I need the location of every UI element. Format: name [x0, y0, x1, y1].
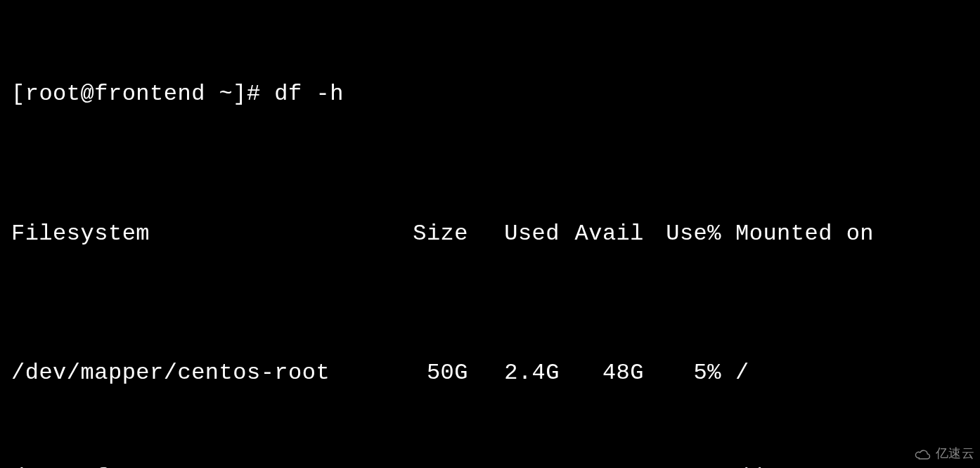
cell-mount: /: [721, 356, 969, 391]
cell-avail: 48G: [560, 356, 644, 391]
table-row: devtmpfs 16G 0 16G 0% /dev: [11, 460, 969, 468]
command-line: [root@frontend ~]# df -h: [11, 77, 969, 112]
terminal-output: [root@frontend ~]# df -h Filesystem Size…: [11, 7, 969, 468]
watermark: 亿速云: [913, 444, 975, 464]
header-avail: Avail: [560, 216, 644, 252]
cloud-icon: [913, 448, 933, 460]
cell-fs: /dev/mapper/centos-root: [11, 356, 377, 391]
cell-avail: 16G: [560, 460, 644, 468]
header-filesystem: Filesystem: [11, 216, 377, 252]
cell-used: 2.4G: [468, 356, 560, 391]
table-header: Filesystem Size Used Avail Use% Mounted …: [11, 216, 969, 252]
cell-fs: devtmpfs: [11, 460, 377, 468]
command-text: df -h: [274, 81, 344, 107]
header-mounted: Mounted on: [721, 216, 969, 252]
watermark-text: 亿速云: [936, 444, 975, 464]
cell-size: 50G: [377, 356, 468, 391]
cell-usep: 0%: [644, 460, 721, 468]
cell-usep: 5%: [644, 356, 721, 391]
table-row: /dev/mapper/centos-root 50G 2.4G 48G 5% …: [11, 356, 969, 391]
header-size: Size: [377, 216, 468, 252]
header-used: Used: [468, 216, 560, 252]
shell-prompt: [root@frontend ~]#: [11, 81, 274, 107]
header-usep: Use%: [644, 216, 721, 252]
cell-size: 16G: [377, 460, 468, 468]
cell-used: 0: [468, 460, 560, 468]
